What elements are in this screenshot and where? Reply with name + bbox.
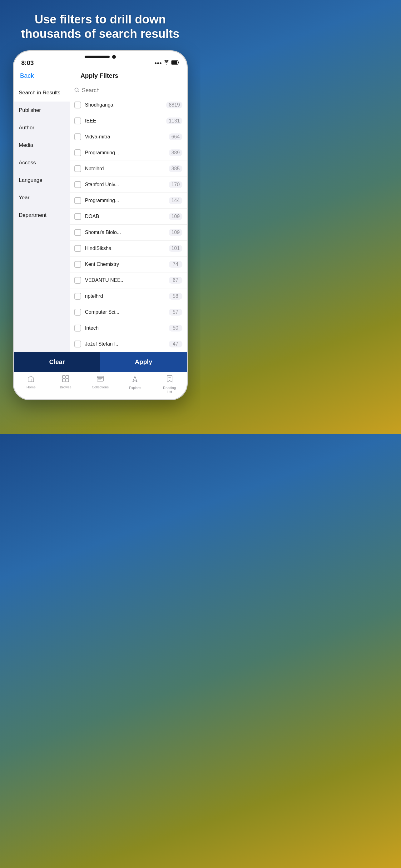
notch-area	[85, 51, 116, 59]
tab-bar: Home Browse Collections	[14, 372, 187, 399]
publisher-count: 58	[169, 293, 182, 300]
tab-explore[interactable]: Explore	[118, 375, 152, 394]
publisher-checkbox[interactable]	[74, 101, 81, 108]
search-input[interactable]	[82, 87, 182, 94]
publisher-item[interactable]: Stanford Univ... 170	[70, 177, 187, 193]
tab-reading-list[interactable]: Reading List	[152, 375, 187, 394]
publisher-item[interactable]: VEDANTU NEE... 67	[70, 273, 187, 288]
search-icon	[74, 88, 79, 94]
svg-marker-10	[133, 376, 137, 382]
publisher-count: 109	[169, 229, 182, 236]
publisher-item[interactable]: Intech 50	[70, 320, 187, 336]
publisher-item[interactable]: Computer Sci... 57	[70, 304, 187, 320]
publisher-count: 389	[169, 149, 182, 156]
publisher-count: 67	[169, 277, 182, 284]
publisher-checkbox[interactable]	[74, 341, 81, 347]
publisher-item[interactable]: Programming... 144	[70, 193, 187, 209]
sidebar-item-year[interactable]: Year	[14, 189, 70, 207]
publisher-checkbox[interactable]	[74, 197, 81, 204]
status-time: 8:03	[21, 56, 34, 67]
publisher-item[interactable]: Vidya-mitra 664	[70, 129, 187, 145]
publisher-count: 664	[169, 133, 182, 140]
status-icons: ●●●	[154, 57, 179, 66]
publisher-checkbox[interactable]	[74, 149, 81, 156]
publisher-count: 8819	[166, 101, 182, 108]
svg-rect-1	[178, 62, 179, 63]
publisher-item[interactable]: Programming... 389	[70, 145, 187, 161]
publisher-checkbox[interactable]	[74, 181, 81, 188]
tab-browse-label: Browse	[60, 385, 71, 389]
publisher-name: Shomu's Biolo...	[85, 230, 165, 235]
tab-home-label: Home	[27, 385, 36, 389]
publisher-item[interactable]: DOAB 109	[70, 209, 187, 225]
sidebar-item-language[interactable]: Language	[14, 172, 70, 189]
publisher-name: Jožef Stefan I...	[85, 341, 165, 347]
filter-content: Search in Results Publisher Author Media…	[14, 84, 187, 352]
publisher-checkbox[interactable]	[74, 133, 81, 140]
publisher-item[interactable]: HindiSiksha 101	[70, 241, 187, 256]
publisher-count: 74	[169, 261, 182, 268]
publisher-checkbox[interactable]	[74, 309, 81, 316]
publisher-name: DOAB	[85, 214, 165, 219]
publisher-count: 101	[169, 245, 182, 252]
publisher-name: Nptelhrd	[85, 166, 165, 172]
publisher-name: Kent Chemistry	[85, 261, 165, 267]
publisher-name: IEEE	[85, 118, 162, 124]
publisher-checkbox[interactable]	[74, 229, 81, 236]
publisher-name: nptelhrd	[85, 293, 165, 299]
publisher-checkbox[interactable]	[74, 324, 81, 332]
publisher-item[interactable]: Nptelhrd 385	[70, 161, 187, 177]
page-title: Apply Filters	[80, 72, 119, 80]
publisher-item[interactable]: Shomu's Biolo... 109	[70, 225, 187, 241]
sidebar-item-media[interactable]: Media	[14, 136, 70, 154]
svg-rect-2	[172, 61, 177, 64]
svg-rect-8	[66, 379, 69, 382]
publisher-name: HindiSiksha	[85, 246, 165, 251]
battery-icon	[171, 60, 179, 66]
publisher-item[interactable]: Shodhganga 8819	[70, 97, 187, 113]
apply-button[interactable]: Apply	[100, 352, 187, 372]
publisher-checkbox[interactable]	[74, 277, 81, 284]
tab-home[interactable]: Home	[14, 375, 48, 394]
publisher-item[interactable]: Jožef Stefan I... 47	[70, 336, 187, 352]
wifi-icon	[164, 60, 169, 66]
sidebar-item-access[interactable]: Access	[14, 154, 70, 172]
publisher-checkbox[interactable]	[74, 245, 81, 252]
publisher-checkbox[interactable]	[74, 165, 81, 172]
notch-pill	[85, 56, 110, 58]
svg-rect-7	[63, 379, 65, 382]
publisher-name: Programming...	[85, 198, 165, 204]
signal-icon: ●●●	[154, 61, 162, 65]
publisher-checkbox[interactable]	[74, 293, 81, 300]
publisher-item[interactable]: nptelhrd 58	[70, 288, 187, 304]
clear-button[interactable]: Clear	[14, 352, 100, 372]
publisher-item[interactable]: IEEE 1131	[70, 113, 187, 129]
headline-text: Use filters to drill down thousands of s…	[0, 0, 201, 50]
back-button[interactable]: Back	[20, 72, 34, 80]
publisher-checkbox[interactable]	[74, 118, 81, 124]
svg-rect-6	[66, 376, 69, 378]
publisher-count: 385	[169, 165, 182, 172]
side-button-right	[187, 101, 188, 120]
phone-mockup: 8:03 ●●●	[13, 50, 188, 400]
sidebar-item-search-in-results[interactable]: Search in Results	[14, 84, 70, 101]
filter-right-panel: Shodhganga 8819 IEEE 1131 Vidya-mitra 66…	[70, 84, 187, 352]
publisher-item[interactable]: Kent Chemistry 74	[70, 256, 187, 273]
notch-dot	[112, 55, 116, 59]
publisher-count: 57	[169, 309, 182, 316]
status-bar: 8:03 ●●●	[14, 51, 187, 69]
tab-browse[interactable]: Browse	[48, 375, 83, 394]
publisher-count: 1131	[166, 118, 182, 124]
publisher-count: 170	[169, 181, 182, 188]
svg-rect-4	[30, 379, 32, 382]
publisher-count: 109	[169, 213, 182, 220]
svg-rect-5	[63, 376, 65, 378]
collections-icon	[97, 375, 104, 384]
tab-collections[interactable]: Collections	[83, 375, 118, 394]
publisher-checkbox[interactable]	[74, 213, 81, 220]
sidebar-item-department[interactable]: Department	[14, 207, 70, 224]
sidebar-item-publisher[interactable]: Publisher	[14, 101, 70, 119]
publisher-checkbox[interactable]	[74, 261, 81, 268]
publisher-name: Shodhganga	[85, 102, 162, 108]
sidebar-item-author[interactable]: Author	[14, 119, 70, 136]
